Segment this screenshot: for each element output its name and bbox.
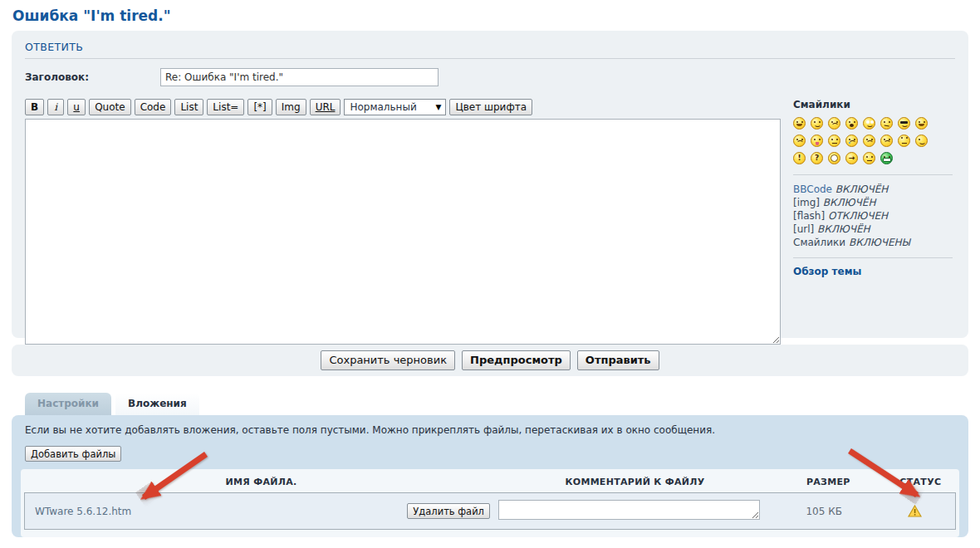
tab-attachments[interactable]: Вложения <box>115 393 199 415</box>
reply-form-panel: ОТВЕТИТЬ Заголовок: B i u Quote Code Lis… <box>12 31 968 338</box>
list-item-button[interactable]: [*] <box>247 99 272 115</box>
divider <box>793 174 953 175</box>
preview-button[interactable]: Предпросмотр <box>462 350 571 370</box>
ordered-list-button[interactable]: List= <box>207 99 244 115</box>
smiley-sad-icon[interactable] <box>828 117 840 130</box>
attachment-size: 105 КБ <box>768 506 880 517</box>
smiley-question-icon[interactable] <box>811 152 823 164</box>
column-header-status: СТАТУС <box>885 477 956 487</box>
smiley-smile-icon[interactable] <box>811 117 823 130</box>
underline-button[interactable]: u <box>67 99 86 115</box>
url-status-line: [url] ВКЛЮЧЁН <box>793 223 955 236</box>
editor-area: B i u Quote Code List List= [*] Img URL … <box>25 99 955 347</box>
attachments-table: ИМЯ ФАЙЛА. КОММЕНТАРИЙ К ФАЙЛУ РАЗМЕР СТ… <box>21 469 959 537</box>
divider <box>793 257 953 258</box>
url-status-value: ВКЛЮЧЁН <box>817 223 870 235</box>
attachments-toolbar: Добавить файлы <box>25 446 959 462</box>
smiley-arrow-icon[interactable] <box>845 152 858 164</box>
submit-button[interactable]: Отправить <box>577 350 659 370</box>
smilies-status-value: ВКЛЮЧЕНЫ <box>849 237 910 248</box>
img-status-label: [img] <box>793 197 820 208</box>
bbcode-status-value: ВКЛЮЧЁН <box>835 183 889 195</box>
smiley-mr-green-icon[interactable] <box>880 152 893 164</box>
smiley-surprised-icon[interactable] <box>845 117 858 130</box>
bbcode-status-list: BBCode ВКЛЮЧЁН [img] ВКЛЮЧЁН [flash] ОТК… <box>793 183 955 249</box>
attachment-filename-link[interactable]: WTware 5.6.12.htm <box>35 506 131 517</box>
smiley-cool-icon[interactable] <box>898 117 910 130</box>
column-header-size: РАЗМЕР <box>772 477 885 487</box>
smiley-idea-icon[interactable] <box>828 152 840 164</box>
editor-sidebar: Смайлики <box>781 99 955 347</box>
reply-heading: ОТВЕТИТЬ <box>25 39 955 59</box>
warning-icon <box>908 505 922 517</box>
save-draft-button[interactable]: Сохранить черновик <box>321 350 455 370</box>
attachments-info-text: Если вы не хотите добавлять вложения, ос… <box>25 424 955 436</box>
url-button[interactable]: URL <box>310 99 341 115</box>
smiley-mad-icon[interactable] <box>793 135 806 147</box>
attachment-comment-cell <box>498 500 768 522</box>
subject-label: Заголовок: <box>25 71 160 83</box>
subject-row: Заголовок: <box>25 68 955 86</box>
flash-status-label: [flash] <box>793 210 825 222</box>
actions-panel: Сохранить черновик Предпросмотр Отправит… <box>12 345 968 376</box>
tab-settings[interactable]: Настройки <box>25 393 111 415</box>
attachments-panel: Если вы не хотите добавлять вложения, ос… <box>12 415 968 537</box>
smiley-very-happy-icon[interactable] <box>793 117 806 130</box>
smiley-embarrassed-icon[interactable] <box>828 135 840 147</box>
url-status-label: [url] <box>793 223 814 235</box>
smiley-razz-icon[interactable] <box>811 135 823 147</box>
smiley-rolleyes-icon[interactable] <box>898 135 910 147</box>
attachment-status-cell <box>880 505 950 517</box>
code-button[interactable]: Code <box>135 99 172 115</box>
bold-button[interactable]: B <box>25 99 44 115</box>
topic-review-link[interactable]: Обзор темы <box>793 266 861 277</box>
smiley-confused-icon[interactable] <box>880 117 893 130</box>
smiley-shocked-icon[interactable] <box>863 117 875 130</box>
img-status-line: [img] ВКЛЮЧЁН <box>793 196 955 209</box>
bbcode-status-line: BBCode ВКЛЮЧЁН <box>793 183 955 196</box>
smiley-crying-icon[interactable] <box>845 135 858 147</box>
smiley-laughing-icon[interactable] <box>915 117 928 130</box>
img-button[interactable]: Img <box>276 99 306 115</box>
subject-input[interactable] <box>160 68 439 86</box>
attachment-file-cell: WTware 5.6.12.htm Удалить файл <box>30 503 498 519</box>
smiley-twisted-evil-icon[interactable] <box>880 135 893 147</box>
attachment-row: WTware 5.6.12.htm Удалить файл 105 КБ <box>24 492 956 530</box>
add-files-button[interactable]: Добавить файлы <box>25 446 121 462</box>
reply-page: Ошибка "I'm tired." ОТВЕТИТЬ Заголовок: … <box>0 0 980 548</box>
smilies-heading: Смайлики <box>793 99 955 110</box>
smiley-neutral-icon[interactable] <box>863 152 875 164</box>
bbcode-toolbar: B i u Quote Code List List= [*] Img URL … <box>25 99 781 115</box>
font-size-selected-value: Нормальный <box>350 101 416 113</box>
smiley-evil-icon[interactable] <box>863 135 875 147</box>
dropdown-arrow-icon: ▼ <box>436 103 442 111</box>
smiley-exclaim-icon[interactable] <box>793 152 806 164</box>
delete-file-button[interactable]: Удалить файл <box>407 503 490 519</box>
options-tabs: Настройки Вложения <box>25 393 980 415</box>
column-header-comment: КОММЕНТАРИЙ К ФАЙЛУ <box>498 477 772 487</box>
flash-status-line: [flash] ОТКЛЮЧЕН <box>793 209 955 223</box>
italic-button[interactable]: i <box>47 99 64 115</box>
smilies-status-line: Смайлики ВКЛЮЧЕНЫ <box>793 236 955 249</box>
attachments-table-header: ИМЯ ФАЙЛА. КОММЕНТАРИЙ К ФАЙЛУ РАЗМЕР СТ… <box>24 475 956 492</box>
img-status-value: ВКЛЮЧЁН <box>823 197 876 208</box>
file-comment-textarea[interactable] <box>498 500 760 520</box>
smiley-wink-icon[interactable] <box>915 135 928 147</box>
message-textarea[interactable] <box>25 119 781 345</box>
list-button[interactable]: List <box>174 99 203 115</box>
smilies-grid <box>793 117 943 164</box>
quote-button[interactable]: Quote <box>89 99 130 115</box>
font-color-button[interactable]: Цвет шрифта <box>449 99 532 115</box>
flash-status-value: ОТКЛЮЧЕН <box>828 210 888 222</box>
page-title: Ошибка "I'm tired." <box>0 0 980 31</box>
bbcode-link[interactable]: BBCode <box>793 183 832 195</box>
editor-left: B i u Quote Code List List= [*] Img URL … <box>25 99 781 347</box>
column-header-filename: ИМЯ ФАЙЛА. <box>24 477 498 487</box>
font-size-select[interactable]: Нормальный ▼ <box>344 99 446 115</box>
smilies-status-label: Смайлики <box>793 237 845 248</box>
